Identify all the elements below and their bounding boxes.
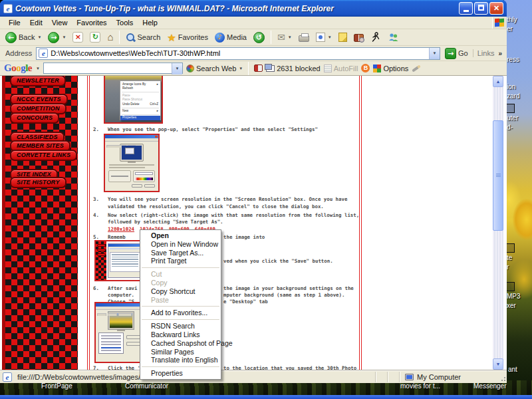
address-bar: Address e ▼ → Go Links » <box>0 46 507 61</box>
desktop-icon-label[interactable]: FrontPage <box>41 382 72 390</box>
print-button[interactable] <box>296 32 312 43</box>
mail-button[interactable]: ✉▼ <box>275 32 295 43</box>
standard-toolbar: ← Back▼ → ▼ × ↻ ⌂ Search ★Favorites ♪Med… <box>0 29 507 46</box>
home-button[interactable]: ⌂ <box>104 31 116 43</box>
ctx-save-target-as[interactable]: Save Target As... <box>140 249 221 257</box>
google-search-dropdown-icon[interactable]: ▼ <box>172 63 182 74</box>
desktop-icon-label[interactable]: movies for t... <box>400 382 440 390</box>
desktop-icon[interactable] <box>505 104 515 113</box>
discuss-button[interactable] <box>336 32 350 43</box>
desktop-icon-label[interactable]: r <box>507 263 509 271</box>
desktop-icon-label[interactable]: xer <box>507 302 516 309</box>
google-search-input[interactable] <box>44 63 172 73</box>
ctx-separator <box>142 319 219 320</box>
desktop-icon-label[interactable]: Communicator <box>125 382 168 390</box>
google-logo[interactable]: Google <box>4 63 32 74</box>
popup-blocker-button[interactable]: 2631 blocked <box>266 65 320 72</box>
ctx-backward-links[interactable]: Backward Links <box>140 331 221 339</box>
address-page-icon: e <box>39 49 48 58</box>
refresh-button[interactable]: ↻ <box>87 31 103 43</box>
browser-window: e Cowtown Vettes - Tune-Up-Tip - what is… <box>0 0 507 380</box>
desktop-icon-label[interactable]: er <box>507 25 513 33</box>
ctx-translate[interactable]: Translate into English <box>140 356 221 364</box>
sidebar-item-concours[interactable]: CONCOURS <box>10 112 59 124</box>
search-web-dropdown-icon[interactable]: ▼ <box>239 66 243 70</box>
desktop-icon[interactable] <box>505 282 515 291</box>
ctx-cached-snapshot[interactable]: Cached Snapshot of Page <box>140 339 221 348</box>
edit-button[interactable]: ▼ <box>313 32 334 43</box>
ctx-add-to-favorites[interactable]: Add to Favorites... <box>140 309 221 317</box>
refresh-icon: ↻ <box>90 32 100 43</box>
media-button[interactable]: ♪Media <box>212 32 249 43</box>
forward-button[interactable]: → ▼ <box>45 31 68 44</box>
window-resize-grip[interactable] <box>497 372 507 382</box>
scroll-down-arrow[interactable]: ▼ <box>493 358 503 370</box>
address-dropdown-icon[interactable]: ▼ <box>429 48 440 59</box>
desktop-icon-label[interactable]: te <box>507 254 512 261</box>
desktop-icon-label[interactable]: thly <box>507 16 517 23</box>
stop-button[interactable]: × <box>70 31 86 43</box>
status-bar: e file:///D:/Webs/cowtownvettes/images/3… <box>0 370 507 383</box>
search-button[interactable]: Search <box>123 32 163 43</box>
close-button[interactable]: ✕ <box>489 2 503 15</box>
popup-blocker-icon <box>266 65 275 72</box>
sidebar-item-corvette-links[interactable]: CORVETTE LINKS <box>10 150 77 161</box>
menu-view[interactable]: View <box>47 17 72 28</box>
scrollbar-thumb[interactable] <box>493 120 503 231</box>
desktop-icon-label[interactable]: ant <box>508 366 517 373</box>
highlighter-icon[interactable] <box>412 65 421 72</box>
forward-dropdown-icon[interactable]: ▼ <box>62 35 66 39</box>
desktop-icon-label[interactable]: d- <box>507 124 513 131</box>
scroll-up-arrow[interactable]: ▲ <box>493 76 503 87</box>
history-button[interactable]: ↺ <box>251 31 267 44</box>
mail-dropdown-icon[interactable]: ▼ <box>288 35 292 39</box>
ctx-open[interactable]: Open <box>140 231 221 240</box>
favorites-button[interactable]: ★Favorites <box>164 32 211 43</box>
sidebar-item-site-history[interactable]: SITE HISTORY <box>10 177 66 188</box>
google-search-box: ▼ <box>43 63 183 74</box>
desktop-icon-label[interactable]: ion <box>507 83 515 90</box>
back-dropdown-icon[interactable]: ▼ <box>37 35 41 39</box>
menu-help[interactable]: Help <box>138 17 162 28</box>
ctx-properties[interactable]: Properties <box>140 369 221 378</box>
desktop-icon-label[interactable]: Messenger <box>473 382 506 390</box>
desktop-icon-label[interactable]: uter <box>507 114 518 122</box>
minimize-button[interactable] <box>459 2 473 15</box>
links-label[interactable]: Links <box>473 49 496 57</box>
link-1280x1024[interactable]: 1280x1024 <box>108 226 134 232</box>
desktop-icon-label[interactable]: MP3 <box>507 293 521 300</box>
links-chevron-icon[interactable]: » <box>498 50 504 57</box>
research-button[interactable] <box>351 32 366 43</box>
go-button[interactable]: → Go <box>443 48 470 59</box>
desktop-icon-label[interactable]: zard <box>507 92 519 100</box>
sidebar-item-newsletter[interactable]: NEWSLETTER <box>10 76 66 86</box>
menu-tools[interactable]: Tools <box>112 17 138 28</box>
search-web-button[interactable]: Search Web ▼ <box>186 65 243 72</box>
maximize-button[interactable] <box>474 2 488 15</box>
edit-dropdown-icon[interactable]: ▼ <box>328 35 332 39</box>
vertical-scrollbar[interactable]: ▲ ▼ <box>493 76 503 370</box>
taskbar-edge[interactable] <box>0 395 532 399</box>
menu-edit[interactable]: Edit <box>25 17 47 28</box>
ctx-copy-shortcut[interactable]: Copy Shortcut <box>140 287 221 296</box>
back-button[interactable]: ← Back▼ <box>3 31 44 44</box>
desktop-icon[interactable] <box>505 243 515 253</box>
ctx-rsdn-search[interactable]: RSDN Search <box>140 322 221 331</box>
address-input[interactable] <box>51 49 429 57</box>
autofill-button[interactable]: AutoFill <box>324 65 358 72</box>
menu-file[interactable]: File <box>4 17 25 28</box>
title-bar[interactable]: e Cowtown Vettes - Tune-Up-Tip - what is… <box>0 0 507 17</box>
ctx-similar-pages[interactable]: Similar Pages <box>140 348 221 356</box>
options-icon <box>373 65 381 72</box>
ctx-print-target[interactable]: Print Target <box>140 257 221 265</box>
ie-document-icon: e <box>3 4 13 13</box>
messenger-button[interactable] <box>385 31 402 43</box>
ctx-open-new-window[interactable]: Open in New Window <box>140 240 221 249</box>
aim-button[interactable] <box>368 31 384 43</box>
options-button[interactable]: Options <box>373 65 408 72</box>
google-logo-dropdown-icon[interactable]: ▼ <box>36 66 40 70</box>
blogthis-button[interactable]: B <box>361 64 370 72</box>
page-info-button[interactable] <box>254 65 263 72</box>
menu-favorites[interactable]: Favorites <box>72 17 111 28</box>
desktop-icon-label[interactable]: ress <box>507 56 519 63</box>
